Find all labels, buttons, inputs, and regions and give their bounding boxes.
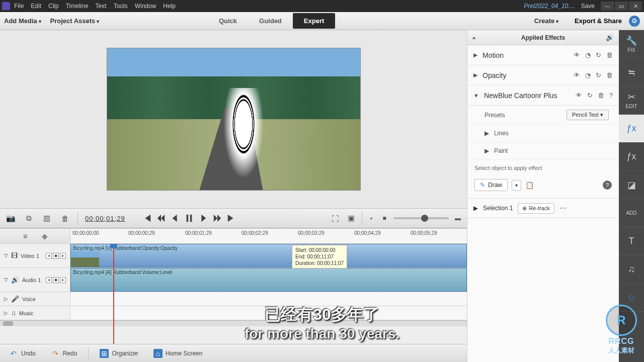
goto-end-icon[interactable]: [227, 214, 236, 223]
effect-lines-row[interactable]: ▶ Lines: [467, 125, 619, 142]
delete-effect-icon[interactable]: 🗑: [606, 51, 613, 59]
tab-edit[interactable]: ✂EDIT: [619, 86, 644, 115]
audio-clip[interactable]: Bicycling.mp4 [A] Rubberband:Volume:Leve…: [70, 268, 467, 292]
add-media-dropdown[interactable]: Add Media: [4, 17, 41, 25]
eye-icon[interactable]: 👁: [574, 51, 580, 59]
mode-quick[interactable]: Quick: [208, 13, 248, 29]
zoom-slider[interactable]: [393, 217, 449, 219]
tab-adjust[interactable]: ≒: [619, 58, 644, 86]
reset-icon[interactable]: ↻: [587, 92, 593, 99]
home-screen-button[interactable]: ⌂Home Screen: [149, 347, 206, 360]
effect-newblue-cartoonr[interactable]: ▼ NewBlue Cartoonr Plus 👁 ↻ 🗑 ?: [467, 85, 619, 106]
menu-edit[interactable]: Edit: [31, 3, 41, 10]
markers-icon[interactable]: ▥: [41, 213, 52, 224]
menu-window[interactable]: Window: [135, 3, 156, 10]
tab-titles[interactable]: T: [619, 227, 644, 255]
timeline-options-icon[interactable]: ≡: [20, 231, 31, 242]
effect-motion[interactable]: ▶ Motion 👁 ◔ ↻ 🗑: [467, 45, 619, 65]
clipboard-icon[interactable]: 📋: [525, 181, 534, 189]
prev-keyframe-icon[interactable]: ◂: [46, 277, 52, 283]
timecode-display[interactable]: 00;00;01;29: [85, 215, 125, 222]
effect-paint-row[interactable]: ▶ Paint: [467, 142, 619, 160]
minimize-button[interactable]: —: [601, 2, 614, 11]
chevron-right-icon[interactable]: ▶: [473, 205, 478, 212]
settings-gear-icon[interactable]: ⚙: [629, 16, 640, 27]
zoom-mid-icon[interactable]: ■: [380, 215, 388, 222]
menu-clip[interactable]: Clip: [48, 3, 59, 10]
draw-button[interactable]: ✎Draw: [474, 179, 508, 191]
tab-fx[interactable]: ƒx: [619, 143, 644, 171]
help-effect-icon[interactable]: ?: [609, 92, 613, 99]
zoom-full-icon[interactable]: ▬: [454, 215, 462, 222]
playhead[interactable]: [113, 244, 114, 344]
trash-icon[interactable]: 🗑: [59, 213, 70, 224]
reset-icon[interactable]: ↻: [596, 51, 601, 59]
menu-help[interactable]: Help: [163, 3, 176, 10]
chevron-right-icon[interactable]: ▶: [473, 52, 477, 58]
add-keyframe-icon[interactable]: ◆: [53, 253, 59, 259]
fullscreen-icon[interactable]: ⛶: [330, 213, 341, 224]
freeze-frame-icon[interactable]: ⧉: [23, 213, 34, 224]
menu-file[interactable]: File: [14, 3, 24, 10]
menu-tools[interactable]: Tools: [114, 3, 128, 10]
rewind-icon[interactable]: [156, 214, 166, 223]
step-forward-icon[interactable]: [199, 214, 208, 223]
eye-icon[interactable]: 👁: [576, 92, 582, 99]
video-preview[interactable]: [107, 48, 361, 191]
chevron-right-icon[interactable]: ▶: [485, 147, 489, 154]
redo-button[interactable]: ↷Redo: [47, 347, 82, 360]
panel-audio-icon[interactable]: 🔊: [606, 34, 614, 41]
timeline-scrollbar[interactable]: [0, 320, 467, 326]
tab-transitions[interactable]: ◪: [619, 171, 644, 199]
tab-fix[interactable]: 🔧FIX: [619, 30, 644, 58]
chevron-down-icon[interactable]: ▼: [473, 93, 479, 99]
prev-keyframe-icon[interactable]: ◂: [46, 253, 52, 259]
tab-add[interactable]: ADD: [619, 199, 644, 227]
preset-dropdown[interactable]: Pencil Test ▾: [567, 110, 609, 120]
save-button[interactable]: Save: [581, 3, 595, 10]
export-share-button[interactable]: Export & Share: [575, 17, 622, 25]
expand-track-icon[interactable]: ▷: [4, 296, 8, 302]
step-back-icon[interactable]: [171, 214, 180, 223]
collapse-track-icon[interactable]: ▽: [4, 253, 8, 258]
delete-effect-icon[interactable]: 🗑: [606, 71, 613, 79]
render-icon[interactable]: ◆: [39, 231, 50, 242]
mode-guided[interactable]: Guided: [248, 13, 293, 29]
zoom-out-icon[interactable]: ▪: [367, 215, 375, 222]
goto-start-icon[interactable]: [142, 214, 151, 223]
retrack-button[interactable]: ⊕Re-track: [518, 203, 554, 214]
maximize-button[interactable]: ▭: [615, 2, 628, 11]
fast-forward-icon[interactable]: [213, 214, 222, 223]
chevron-right-icon[interactable]: ▶: [485, 130, 489, 137]
project-assets-dropdown[interactable]: Project Assets: [50, 17, 100, 25]
delete-effect-icon[interactable]: 🗑: [598, 92, 604, 99]
draw-options-dropdown[interactable]: ▾: [512, 180, 521, 191]
undo-button[interactable]: ↶Undo: [5, 347, 40, 360]
expand-track-icon[interactable]: ▷: [4, 310, 8, 316]
organizer-button[interactable]: ⊞Organizer: [96, 347, 142, 360]
eye-icon[interactable]: 👁: [574, 71, 580, 79]
collapse-panel-icon[interactable]: »: [472, 35, 475, 41]
tab-music[interactable]: ♫: [619, 255, 644, 284]
camera-icon[interactable]: 📷: [5, 213, 16, 224]
stopwatch-icon[interactable]: ◔: [585, 71, 591, 79]
help-icon[interactable]: ?: [603, 180, 612, 190]
mode-expert[interactable]: Expert: [293, 13, 335, 29]
collapse-track-icon[interactable]: ▽: [4, 277, 8, 283]
create-dropdown[interactable]: Create: [534, 17, 558, 25]
tab-graphics[interactable]: ☺: [619, 284, 644, 312]
tab-effects[interactable]: ƒx: [619, 115, 644, 143]
menu-text[interactable]: Text: [96, 3, 107, 10]
chevron-right-icon[interactable]: ▶: [473, 72, 477, 78]
time-ruler[interactable]: 00;00;00;00 00;00;00;29 00;00;01;29 00;0…: [70, 229, 467, 243]
add-keyframe-icon[interactable]: ◆: [53, 277, 59, 283]
selection-1-row[interactable]: ▶ Selection 1 ⊕Re-track ⋯: [467, 198, 619, 218]
next-keyframe-icon[interactable]: ▸: [60, 277, 66, 283]
close-button[interactable]: ✕: [629, 2, 642, 11]
menu-timeline[interactable]: Timeline: [66, 3, 89, 10]
more-options-icon[interactable]: ⋯: [559, 204, 567, 212]
reset-icon[interactable]: ↻: [596, 71, 601, 79]
effect-opacity[interactable]: ▶ Opacity 👁 ◔ ↻ 🗑: [467, 65, 619, 85]
video-clip[interactable]: Bicycling.mp4 [V] Rubberband:Opacity:Opa…: [70, 244, 467, 267]
stopwatch-icon[interactable]: ◔: [585, 51, 591, 59]
